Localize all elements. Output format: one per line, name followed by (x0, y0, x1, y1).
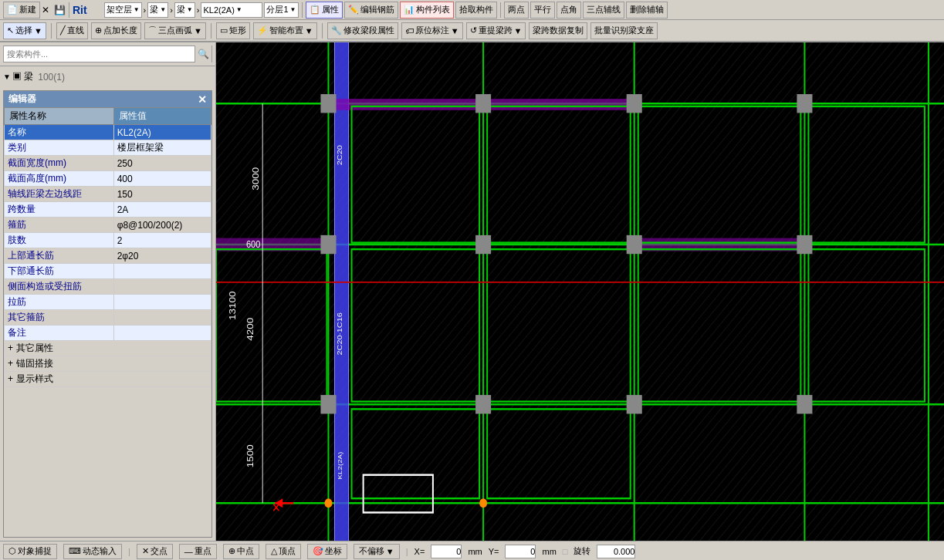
search-button[interactable]: 🔍 (195, 46, 211, 62)
orig-label-button[interactable]: 🏷 原位标注 ▼ (401, 22, 463, 39)
prop-row[interactable]: 名称KL2(2A) (5, 125, 211, 140)
cad-canvas-area[interactable]: 3000 4200 1500 2C20 2C20·1C16 KL2(2A) 60… (216, 42, 944, 541)
floor-dropdown[interactable]: 分层1 ▼ (264, 2, 298, 18)
two-point-button[interactable]: 两点 (504, 2, 529, 19)
smart-button[interactable]: ⚡ 智能布置 ▼ (253, 22, 317, 39)
comp-list-button[interactable]: 📊 构件列表 (400, 2, 454, 19)
prop-value[interactable]: 250 (113, 156, 211, 171)
prop-value[interactable] (113, 326, 211, 341)
prop-value[interactable]: 150 (113, 187, 211, 202)
copy-span-button[interactable]: 梁跨数据复制 (529, 22, 587, 39)
parallel-button[interactable]: 平行 (530, 2, 555, 19)
line-button[interactable]: ╱ 直线 (56, 22, 88, 39)
svg-rect-48 (627, 94, 642, 113)
dropdown-arrow3: ▼ (187, 6, 193, 13)
prop-row[interactable]: 跨数量2A (5, 202, 211, 218)
svg-rect-57 (797, 395, 812, 413)
prop-row[interactable]: 下部通长筋 (5, 264, 211, 279)
prop-row[interactable]: 拉筋 (5, 295, 211, 310)
section-toggle-icon[interactable]: + (8, 373, 13, 384)
section-toggle-icon[interactable]: + (8, 358, 13, 369)
add-length-icon: ⊕ (95, 25, 102, 35)
center-button[interactable]: ⊕ 中点 (223, 544, 259, 559)
prop-value[interactable] (113, 310, 211, 326)
rebar-icon: ✏️ (348, 5, 359, 15)
prop-name: 名称 (5, 125, 114, 140)
section-toggle-icon[interactable]: + (8, 342, 13, 353)
prop-name: 其它箍筋 (5, 310, 114, 326)
prop-section-row[interactable]: +其它属性 (5, 341, 211, 356)
search-input[interactable] (4, 49, 195, 59)
component-subtype-dropdown[interactable]: 梁 ▼ (174, 2, 195, 18)
edit-rebar-button[interactable]: ✏️ 编辑钢筋 (344, 2, 398, 19)
left-panel: 🔍 ▼ ▣ 梁 100(1) 编辑器 ✕ 属性名称 属性值 (0, 42, 216, 541)
rotate-label: 旋转 (574, 545, 590, 557)
dynamic-input-button[interactable]: ⌨ 动态输入 (63, 544, 122, 559)
prop-section-row[interactable]: +显示样式 (5, 372, 211, 387)
rect-icon: ▭ (220, 25, 228, 35)
prop-row[interactable]: 轴线距梁左边线距150 (5, 187, 211, 202)
prop-row[interactable]: 截面高度(mm)400 (5, 171, 211, 187)
prop-panel: 编辑器 ✕ 属性名称 属性值 名称KL2(2A)类别楼层框架梁截面宽度(mm)2… (3, 90, 212, 538)
beam-id-dropdown[interactable]: KL2(2A) ▼ (201, 2, 262, 18)
tree-item-beam[interactable]: ▼ ▣ 梁 100(1) (3, 69, 212, 84)
prop-value[interactable] (113, 295, 211, 310)
close-tab-icon[interactable]: ✕ (42, 5, 49, 15)
prop-value[interactable] (113, 264, 211, 279)
snap-button[interactable]: ⬡ 对象捕捉 (3, 544, 57, 559)
rotate-input[interactable] (597, 545, 635, 558)
midpoint-button[interactable]: — 重点 (179, 544, 217, 559)
prop-value[interactable] (113, 279, 211, 295)
corner-button[interactable]: 点角 (557, 2, 581, 19)
prop-value[interactable]: 2 (113, 233, 211, 248)
coord-button[interactable]: 🎯 坐标 (307, 544, 347, 559)
intersection-button[interactable]: ✕ 交点 (137, 544, 173, 559)
prop-section-row[interactable]: +锚固搭接 (5, 356, 211, 372)
vertex-button[interactable]: △ 顶点 (266, 544, 301, 559)
prop-section-label: +其它属性 (5, 341, 211, 356)
prop-row[interactable]: 其它箍筋 (5, 310, 211, 326)
pick-button[interactable]: 拾取构件 (455, 2, 497, 19)
prop-row[interactable]: 侧面构造或受扭筋 (5, 279, 211, 295)
three-aux-button[interactable]: 三点辅线 (583, 2, 624, 19)
modify-seg-button[interactable]: 🔧 修改梁段属性 (327, 22, 398, 39)
select-button[interactable]: ↖ 选择 ▼ (3, 22, 46, 39)
prop-value[interactable]: KL2(2A) (113, 125, 211, 140)
attr-button[interactable]: 📋 属性 (306, 2, 343, 19)
save-icon[interactable]: 💾 (54, 5, 66, 15)
main-area: 🔍 ▼ ▣ 梁 100(1) 编辑器 ✕ 属性名称 属性值 (0, 42, 944, 541)
prop-value[interactable]: 楼层框架梁 (113, 140, 211, 156)
del-aux-button[interactable]: 删除辅轴 (626, 2, 668, 19)
prop-row[interactable]: 类别楼层框架梁 (5, 140, 211, 156)
prop-value[interactable]: 400 (113, 171, 211, 187)
prop-row[interactable]: 截面宽度(mm)250 (5, 156, 211, 171)
rect-button[interactable]: ▭ 矩形 (216, 22, 250, 39)
sep6 (322, 23, 323, 39)
prop-name: 肢数 (5, 233, 114, 248)
batch-id-button[interactable]: 批量识别梁支座 (590, 22, 658, 39)
midpoint-icon: — (184, 547, 193, 556)
add-length-button[interactable]: ⊕ 点加长度 (91, 22, 141, 39)
prop-row[interactable]: 上部通长筋2φ20 (5, 248, 211, 264)
col-name-header: 属性名称 (5, 108, 114, 125)
svg-text:3000: 3000 (251, 167, 261, 191)
prop-close-button[interactable]: ✕ (198, 93, 207, 106)
prop-name: 类别 (5, 140, 114, 156)
prop-value[interactable]: 2φ20 (113, 248, 211, 264)
prop-value[interactable]: φ8@100/200(2) (113, 218, 211, 233)
prop-row[interactable]: 箍筋φ8@100/200(2) (5, 218, 211, 233)
svg-rect-54 (320, 395, 336, 413)
y-input[interactable] (505, 545, 536, 558)
redraw-button[interactable]: ↺ 重提梁跨 ▼ (466, 22, 526, 39)
new-button[interactable]: 📄 新建 (3, 2, 40, 19)
prop-row[interactable]: 肢数2 (5, 233, 211, 248)
x-input[interactable] (431, 545, 462, 558)
cad-svg: 3000 4200 1500 2C20 2C20·1C16 KL2(2A) 60… (216, 42, 944, 541)
list-icon: 📊 (404, 5, 414, 15)
layer-dropdown[interactable]: 架空层 ▼ (104, 2, 142, 18)
no-offset-button[interactable]: 不偏移 ▼ (354, 544, 400, 559)
component-type-dropdown[interactable]: 梁 ▼ (147, 2, 168, 18)
prop-row[interactable]: 备注 (5, 326, 211, 341)
prop-value[interactable]: 2A (113, 202, 211, 218)
three-arc-button[interactable]: ⌒ 三点画弧 ▼ (144, 22, 206, 39)
